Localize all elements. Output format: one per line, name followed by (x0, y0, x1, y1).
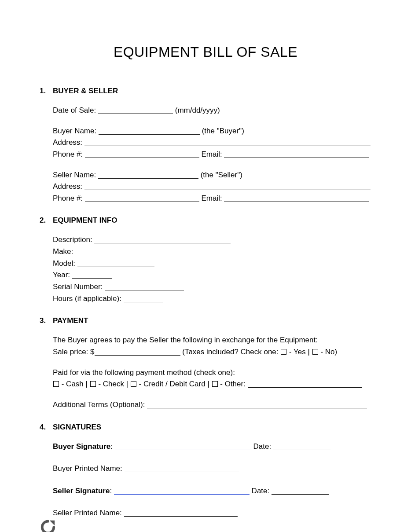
label-the-seller: (the "Seller") (198, 171, 242, 179)
checkbox-card[interactable] (131, 381, 136, 387)
label-the-buyer: (the "Buyer") (200, 127, 244, 135)
label-seller-phone: Phone #: (53, 194, 85, 202)
input-buyer-sig-date[interactable] (273, 443, 330, 450)
section-payment: 3. PAYMENT The Buyer agrees to pay the S… (40, 316, 371, 410)
label-hours: Hours (if applicable): (53, 294, 124, 303)
input-description[interactable] (94, 236, 231, 243)
label-buyer-signature: Buyer Signature (53, 442, 110, 451)
label-buyer-printed: Buyer Printed Name: (53, 464, 125, 473)
input-seller-phone[interactable] (85, 194, 199, 202)
section-buyer-seller: 1. BUYER & SELLER Date of Sale: (mm/dd/y… (40, 87, 371, 204)
section-number: 1. (40, 87, 53, 95)
input-make[interactable] (75, 248, 154, 255)
input-seller-printed[interactable] (124, 509, 238, 517)
label-buyer-name: Buyer Name: (53, 127, 99, 135)
section-title: EQUIPMENT INFO (53, 216, 117, 225)
label-taxes-q: (Taxes included? Check one: (180, 348, 281, 356)
label-seller-sig-date: Date: (250, 487, 272, 495)
input-buyer-phone[interactable] (85, 150, 199, 158)
page-title: EQUIPMENT BILL OF SALE (40, 44, 371, 60)
label-buyer-address: Address: (53, 138, 84, 147)
section-title: BUYER & SELLER (53, 87, 118, 95)
label-seller-name: Seller Name: (53, 171, 98, 179)
label-paid-via: Paid for via the following payment metho… (53, 367, 371, 378)
label-date-of-sale: Date of Sale: (53, 106, 98, 114)
label-yes: - Yes | (287, 348, 312, 356)
label-card: - Credit / Debit Card | (137, 380, 212, 388)
text-payment-intro: The Buyer agrees to pay the Seller the f… (53, 335, 371, 346)
input-buyer-signature[interactable] (115, 443, 251, 450)
input-seller-name[interactable] (98, 171, 198, 179)
input-additional-terms[interactable] (147, 401, 367, 408)
checkbox-check[interactable] (90, 381, 96, 387)
checkbox-taxes-no[interactable] (312, 349, 318, 355)
input-seller-sig-date[interactable] (272, 487, 329, 495)
input-sale-price[interactable] (95, 348, 180, 356)
label-seller-signature: Seller Signature (53, 487, 110, 495)
label-no: - No) (319, 348, 338, 356)
section-signatures: 4. SIGNATURES Buyer Signature: Date: Buy… (40, 423, 371, 519)
input-model[interactable] (77, 260, 154, 267)
input-buyer-email[interactable] (224, 150, 369, 158)
label-seller-address: Address: (53, 182, 84, 191)
label-buyer-sig-date: Date: (251, 442, 273, 451)
checkbox-cash[interactable] (53, 381, 59, 387)
label-cash: - Cash | (59, 380, 90, 388)
input-serial[interactable] (105, 283, 184, 290)
input-seller-address[interactable] (84, 183, 371, 190)
input-buyer-name[interactable] (99, 127, 200, 135)
checkbox-other[interactable] (212, 381, 218, 387)
input-buyer-address[interactable] (84, 139, 371, 146)
label-date-hint: (mm/dd/yyyy) (173, 106, 220, 114)
input-buyer-printed[interactable] (125, 465, 239, 472)
label-other: - Other: (218, 380, 248, 388)
logo-icon (40, 519, 56, 532)
input-hours[interactable] (124, 295, 163, 302)
label-buyer-email: Email: (199, 150, 224, 158)
section-title: SIGNATURES (53, 423, 101, 432)
label-seller-printed: Seller Printed Name: (53, 509, 124, 517)
input-seller-signature[interactable] (114, 487, 250, 495)
label-check: - Check | (96, 380, 130, 388)
section-number: 3. (40, 316, 53, 325)
section-number: 2. (40, 216, 53, 225)
label-seller-email: Email: (199, 194, 224, 202)
label-serial: Serial Number: (53, 283, 105, 291)
section-equipment-info: 2. EQUIPMENT INFO Description: Make: Mod… (40, 216, 371, 304)
section-title: PAYMENT (53, 316, 88, 325)
section-number: 4. (40, 423, 53, 432)
input-date-of-sale[interactable] (98, 106, 173, 114)
label-additional-terms: Additional Terms (Optional): (53, 400, 147, 409)
label-year: Year: (53, 271, 72, 279)
label-model: Model: (53, 259, 77, 268)
document-page: EQUIPMENT BILL OF SALE 1. BUYER & SELLER… (0, 0, 411, 532)
input-seller-email[interactable] (224, 194, 369, 202)
label-description: Description: (53, 235, 94, 244)
label-buyer-phone: Phone #: (53, 150, 85, 158)
label-sale-price: Sale price: $ (53, 348, 95, 356)
checkbox-taxes-yes[interactable] (281, 349, 286, 355)
input-other[interactable] (248, 380, 362, 388)
input-year[interactable] (72, 271, 112, 279)
label-make: Make: (53, 247, 75, 256)
